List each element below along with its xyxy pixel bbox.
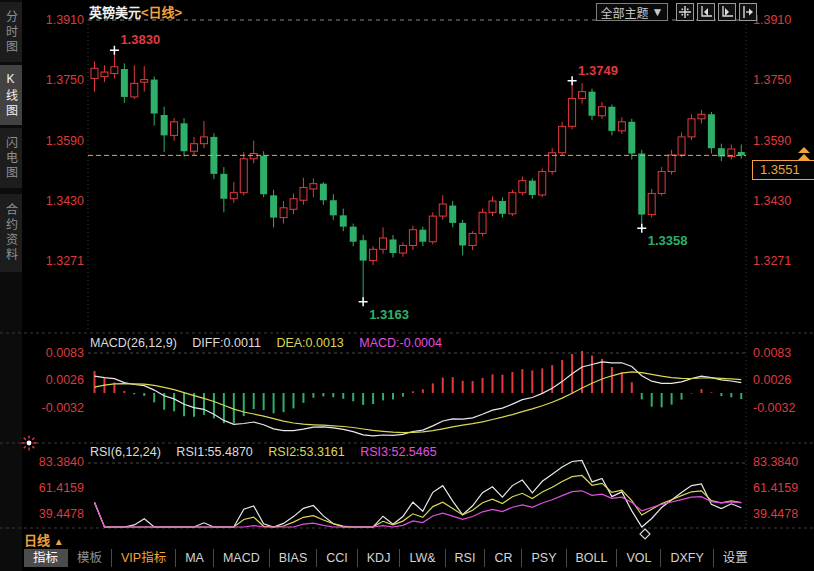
macd-title: MACD(26,12,9) <box>90 336 177 350</box>
expand-axes-button[interactable] <box>718 3 736 21</box>
macd-axis-label: 0.0026 <box>2 373 84 387</box>
crosshair-icon <box>679 6 691 18</box>
price-axis-label: 1.3590 <box>753 134 791 148</box>
toolbar-item-KDJ[interactable]: KDJ <box>357 549 400 567</box>
candlestick-chart[interactable] <box>0 0 814 571</box>
rsi-axis-label: 39.4478 <box>753 507 798 521</box>
toolbar-item-VIP指标[interactable]: VIP指标 <box>111 549 175 567</box>
rsi3-line <box>95 491 742 527</box>
indicator-settings-icon[interactable] <box>20 434 38 452</box>
price-axis-label: 1.3430 <box>2 194 84 208</box>
rsi1-line <box>95 460 742 527</box>
extreme-point-cross-icon <box>568 76 577 85</box>
price-axis-label: 1.3271 <box>753 254 791 268</box>
candles <box>91 50 745 302</box>
chevron-down-icon: ▼ <box>652 5 664 19</box>
time-axis: 2021/112021/122022/012022/02 <box>0 529 814 547</box>
extreme-point-cross-icon <box>110 46 119 55</box>
macd-axis-label: -0.0032 <box>2 401 84 415</box>
trading-app-window: 分时图K线图闪电图合约资料 英镑美元<日线> 全部主题 ▼ <box>0 0 814 571</box>
toolbar-item-MACD[interactable]: MACD <box>213 549 269 567</box>
macd-diff-value: DIFF:0.0011 <box>192 336 261 350</box>
chart-title: 英镑美元<日线> <box>89 2 182 21</box>
triangle-up-icon: ▲ <box>54 536 64 547</box>
compress-axes-button[interactable] <box>697 3 715 21</box>
macd-axis-label: 0.0083 <box>753 346 791 360</box>
toolbar-item-BIAS[interactable]: BIAS <box>269 549 317 567</box>
jump-to-latest-button[interactable] <box>739 3 757 21</box>
high-annotation: 1.3830 <box>120 32 160 47</box>
price-axis-label: 1.3910 <box>2 13 84 27</box>
toolbar-item-VOL[interactable]: VOL <box>616 549 660 567</box>
toolbar-item-CCI[interactable]: CCI <box>316 549 357 567</box>
crosshair-button[interactable] <box>676 3 694 21</box>
toolbar-item-BOLL[interactable]: BOLL <box>566 549 617 567</box>
rsi2-line <box>95 476 742 528</box>
macd-dea-line <box>95 372 742 433</box>
high-annotation: 1.3749 <box>578 63 618 78</box>
chart-control-buttons <box>676 3 757 21</box>
rsi2-value: RSI2:53.3161 <box>268 445 344 459</box>
period-selector[interactable]: 日线 ▲ <box>24 530 64 549</box>
rsi1-value: RSI1:55.4870 <box>176 445 252 459</box>
symbol-name: 英镑美元 <box>89 5 141 20</box>
expand-axes-icon <box>721 6 733 18</box>
macd-hist-value: MACD:-0.0004 <box>359 336 442 350</box>
rsi-axis-label: 83.3840 <box>2 455 84 469</box>
compress-axes-icon <box>700 6 712 18</box>
current-price-box: 1.3551 <box>752 160 814 180</box>
macd-dea-value: DEA:0.0013 <box>276 336 343 350</box>
toolbar-item-模板[interactable]: 模板 <box>67 549 111 567</box>
rsi-axis-label: 61.4159 <box>2 481 84 495</box>
rsi-axis-label: 39.4478 <box>2 507 84 521</box>
scroll-position-marker[interactable] <box>638 528 652 540</box>
period-tag: <日线> <box>141 5 182 20</box>
price-axis-label: 1.3430 <box>753 194 791 208</box>
rsi-axis-label: 61.4159 <box>753 481 798 495</box>
toolbar-item-RSI[interactable]: RSI <box>445 549 485 567</box>
macd-panel-header: MACD(26,12,9) DIFF:0.0011 DEA:0.0013 MAC… <box>90 336 454 350</box>
price-axis-label: 1.3750 <box>2 73 84 87</box>
toolbar-item-DXFY[interactable]: DXFY <box>660 549 712 567</box>
rsi-panel-header: RSI(6,12,24) RSI1:55.4870 RSI2:53.3161 R… <box>90 445 449 459</box>
macd-axis-label: -0.0032 <box>753 401 795 415</box>
rsi3-value: RSI3:52.5465 <box>360 445 436 459</box>
theme-selector[interactable]: 全部主题 ▼ <box>596 3 668 21</box>
toolbar-item-PSY[interactable]: PSY <box>521 549 565 567</box>
rsi-title: RSI(6,12,24) <box>90 445 161 459</box>
price-axis-label: 1.3910 <box>753 13 791 27</box>
toolbar-item-设置[interactable]: 设置 <box>713 549 757 567</box>
macd-axis-label: 0.0026 <box>753 373 791 387</box>
low-annotation: 1.3358 <box>648 233 688 248</box>
toolbar-item-LW&[interactable]: LW& <box>399 549 444 567</box>
theme-selector-label: 全部主题 <box>601 4 649 21</box>
jump-right-icon <box>742 6 754 18</box>
extreme-point-cross-icon <box>359 297 368 306</box>
extreme-point-cross-icon <box>637 224 646 233</box>
period-label: 日线 <box>24 533 50 548</box>
indicator-toolbar: 指标模板VIP指标MAMACDBIASCCIKDJLW&RSICRPSYBOLL… <box>24 548 757 568</box>
price-axis-label: 1.3271 <box>2 254 84 268</box>
price-marker-arrows-icon <box>798 147 810 160</box>
macd-axis-label: 0.0083 <box>2 346 84 360</box>
macd-histogram <box>95 351 742 423</box>
price-axis-label: 1.3750 <box>753 73 791 87</box>
toolbar-item-MA[interactable]: MA <box>175 549 213 567</box>
price-axis-label: 1.3590 <box>2 134 84 148</box>
toolbar-item-指标[interactable]: 指标 <box>24 549 67 567</box>
toolbar-item-CR[interactable]: CR <box>484 549 521 567</box>
low-annotation: 1.3163 <box>369 307 409 322</box>
rsi-axis-label: 83.3840 <box>753 455 798 469</box>
